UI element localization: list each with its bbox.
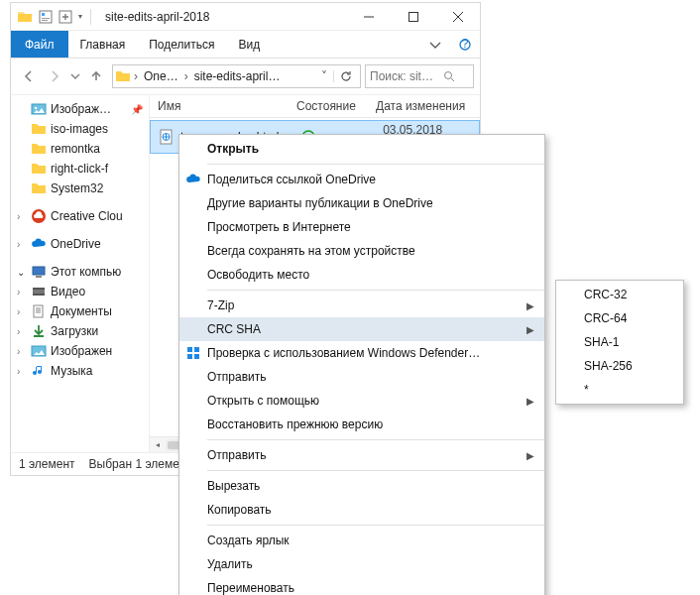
- tree-label: right-click-f: [51, 162, 108, 176]
- menu-restore-version[interactable]: Восстановить прежнюю версию: [179, 413, 544, 436]
- maximize-button[interactable]: [391, 3, 435, 31]
- downloads-icon: [31, 323, 47, 339]
- titlebar: ▾ site-edits-april-2018: [11, 3, 480, 31]
- onedrive-icon: [179, 172, 207, 187]
- column-state[interactable]: Состояние: [296, 99, 376, 113]
- column-date[interactable]: Дата изменения: [376, 99, 472, 113]
- minimize-button[interactable]: [346, 3, 391, 31]
- submenu-crc64[interactable]: CRC-64: [556, 306, 683, 330]
- refresh-button[interactable]: [333, 70, 358, 82]
- tree-label: Этот компью: [51, 265, 121, 279]
- tab-view[interactable]: Вид: [226, 31, 272, 58]
- menu-send[interactable]: Отправить: [179, 365, 544, 389]
- scroll-left-button[interactable]: ◂: [150, 440, 166, 449]
- svg-rect-16: [33, 294, 45, 296]
- menu-7zip[interactable]: 7-Zip▶: [179, 294, 544, 317]
- pictures-icon: [31, 343, 47, 359]
- tree-item-downloads[interactable]: ›Загрузки: [13, 321, 147, 341]
- nav-forward-button[interactable]: [43, 64, 66, 88]
- video-icon: [31, 284, 47, 299]
- search-box[interactable]: [365, 64, 474, 88]
- tab-file[interactable]: Файл: [11, 31, 68, 58]
- tree-item-folder[interactable]: right-click-f: [13, 159, 147, 178]
- svg-rect-0: [40, 11, 52, 23]
- tree-item-pictures[interactable]: Изображ… 📌: [13, 99, 147, 119]
- tree-item-onedrive[interactable]: ›OneDrive: [13, 234, 147, 254]
- tree-item-folder[interactable]: remontka: [13, 139, 147, 159]
- tree-item-folder[interactable]: System32: [13, 178, 147, 198]
- status-item-count: 1 элемент: [19, 457, 75, 471]
- ribbon-help-icon[interactable]: ?: [450, 31, 480, 58]
- menu-view-online[interactable]: Просмотреть в Интернете: [179, 215, 544, 239]
- breadcrumb-part[interactable]: site-edits-april…: [191, 69, 284, 83]
- nav-back-button[interactable]: [17, 64, 41, 88]
- menu-share-onedrive[interactable]: Поделиться ссылкой OneDrive: [179, 168, 544, 191]
- tree-label: OneDrive: [51, 237, 101, 251]
- qat-newfolder-icon[interactable]: [57, 8, 74, 26]
- menu-delete[interactable]: Удалить: [179, 552, 544, 576]
- svg-rect-25: [187, 354, 192, 359]
- menu-sendto[interactable]: Отправить▶: [179, 443, 544, 467]
- tree-item-thispc[interactable]: ⌄Этот компью: [13, 262, 147, 282]
- documents-icon: [31, 303, 47, 319]
- tree-label: Загрузки: [51, 324, 98, 338]
- close-button[interactable]: [435, 3, 480, 31]
- nav-history-button[interactable]: [68, 64, 82, 88]
- tree-label: iso-images: [51, 122, 108, 136]
- search-input[interactable]: [370, 69, 439, 83]
- submenu-sha256[interactable]: SHA-256: [556, 354, 683, 378]
- menu-defender[interactable]: Проверка с использованием Windows Defend…: [179, 341, 544, 365]
- menu-cut[interactable]: Вырезать: [179, 474, 544, 498]
- folder-icon: [115, 68, 131, 84]
- menu-onedrive-publish[interactable]: Другие варианты публикации в OneDrive: [179, 191, 544, 215]
- svg-rect-1: [42, 13, 45, 16]
- tree-label: System32: [51, 181, 103, 195]
- menu-always-keep[interactable]: Всегда сохранять на этом устройстве: [179, 239, 544, 263]
- menu-free-space[interactable]: Освободить место: [179, 263, 544, 287]
- breadcrumb-part[interactable]: One…: [141, 69, 181, 83]
- tree-label: remontka: [51, 142, 100, 156]
- svg-rect-24: [194, 347, 199, 352]
- tab-home[interactable]: Главная: [68, 31, 138, 58]
- ribbon-expand-icon[interactable]: [420, 31, 450, 58]
- svg-rect-5: [408, 12, 417, 21]
- music-icon: [31, 363, 47, 379]
- tree-label: Creative Clou: [51, 209, 123, 223]
- menu-open[interactable]: Открыть: [179, 137, 544, 161]
- menu-rename[interactable]: Переименовать: [179, 576, 544, 595]
- column-headers[interactable]: Имя Состояние Дата изменения: [150, 95, 480, 118]
- menu-shortcut[interactable]: Создать ярлык: [179, 529, 544, 552]
- pin-icon: 📌: [131, 104, 143, 115]
- nav-up-button[interactable]: [84, 64, 108, 88]
- column-name[interactable]: Имя: [158, 99, 296, 113]
- computer-icon: [31, 264, 47, 280]
- svg-text:?: ?: [462, 39, 469, 51]
- address-dropdown-icon[interactable]: ˅: [317, 69, 331, 83]
- tree-item-pictures[interactable]: ›Изображен: [13, 341, 147, 361]
- tree-item-videos[interactable]: ›Видео: [13, 282, 147, 301]
- svg-rect-26: [194, 354, 199, 359]
- window-title: site-edits-april-2018: [105, 10, 209, 24]
- html-file-icon: [159, 129, 175, 145]
- tab-share[interactable]: Поделиться: [137, 31, 226, 58]
- tree-item-music[interactable]: ›Музыка: [13, 361, 147, 381]
- qat-properties-icon[interactable]: [37, 8, 55, 26]
- tree-item-folder[interactable]: iso-images: [13, 119, 147, 139]
- navigation-tree[interactable]: Изображ… 📌 iso-images remontka right-cli…: [11, 95, 150, 452]
- svg-point-10: [35, 107, 38, 110]
- tree-item-documents[interactable]: ›Документы: [13, 301, 147, 321]
- svg-rect-2: [42, 18, 50, 19]
- tree-label: Видео: [51, 285, 85, 298]
- menu-copy[interactable]: Копировать: [179, 498, 544, 522]
- folder-icon: [17, 9, 33, 25]
- qat-dropdown-icon[interactable]: ▾: [78, 12, 82, 21]
- address-bar[interactable]: › One… › site-edits-april… ˅: [112, 64, 361, 88]
- submenu-all[interactable]: *: [556, 378, 683, 402]
- tree-item-creativecloud[interactable]: ›Creative Clou: [13, 206, 147, 226]
- menu-open-with[interactable]: Открыть с помощью▶: [179, 389, 544, 413]
- menu-crc-sha[interactable]: CRC SHA▶: [179, 317, 544, 341]
- submenu-sha1[interactable]: SHA-1: [556, 330, 683, 354]
- svg-rect-17: [34, 305, 43, 317]
- tree-label: Изображ…: [51, 102, 111, 116]
- submenu-crc32[interactable]: CRC-32: [556, 283, 683, 306]
